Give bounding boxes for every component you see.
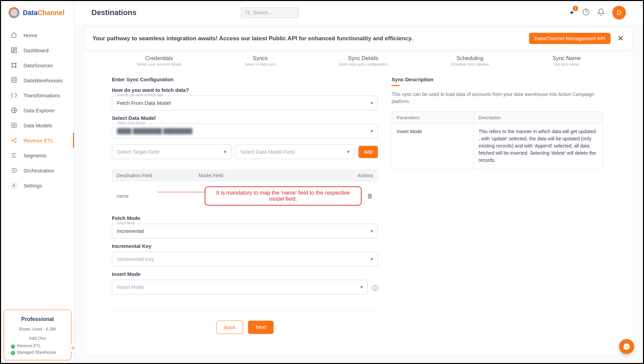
step-credentials[interactable]: CredentialsSelect your account details (137, 55, 181, 66)
nav-dataexplorer[interactable]: Data Explorer (1, 103, 74, 118)
param-row: Insert Mode This refers to the manner in… (392, 124, 603, 168)
wizard-buttons: Back Next (112, 310, 378, 341)
logo[interactable]: DataChannel (1, 1, 74, 24)
addon-item: Managed Warehouse (8, 349, 67, 356)
model-field-select[interactable]: Select Data Model Field (235, 144, 355, 159)
chat-icon (623, 343, 630, 350)
section-heading: Enter Sync Configuration (112, 76, 378, 82)
nav-home[interactable]: Home (1, 28, 74, 43)
content: Enter Sync Configuration How do you want… (85, 73, 633, 354)
help-icon[interactable] (582, 8, 590, 17)
form-column: Enter Sync Configuration How do you want… (105, 76, 378, 341)
svg-point-18 (246, 11, 249, 14)
transformations-icon (11, 92, 17, 99)
svg-rect-11 (12, 123, 16, 127)
svg-point-15 (15, 141, 16, 142)
next-button[interactable]: Next (248, 321, 274, 334)
target-field-select[interactable]: Select Target Field (112, 144, 231, 159)
model-field[interactable]: Select Data Model Field ▼ (235, 144, 355, 159)
logo-text: DataChannel (23, 9, 64, 17)
param-name: Insert Mode (392, 124, 474, 168)
database-icon (11, 77, 17, 84)
svg-point-20 (625, 346, 626, 347)
nav-label: DataSources (24, 62, 53, 68)
svg-point-21 (626, 346, 627, 347)
bell-icon[interactable] (597, 8, 605, 17)
nav-datawarehouses[interactable]: DataWarehouses (1, 73, 74, 88)
step-syncs[interactable]: SyncsSelect a data sync (245, 55, 276, 66)
explorer-icon (11, 107, 17, 114)
nav-label: Dashboard (24, 47, 48, 53)
desc-heading: Sync Description (392, 76, 603, 82)
insert-mode-field[interactable]: Insert Mode ▼ (112, 280, 368, 294)
nav-orchestration[interactable]: Orchestration (1, 163, 74, 178)
api-banner: Your pathway to seamless integration awa… (85, 27, 633, 50)
orchestration-icon (11, 167, 17, 174)
mapping-row: Select Target Field ▼ Select Data Model … (112, 144, 378, 159)
step-syncdetails[interactable]: Sync DetailsEnter data sync configuratio… (339, 55, 387, 66)
banner-button[interactable]: DataChannel Management API (529, 33, 611, 44)
fetch-mode-field[interactable]: Fetch Mode Incremental ▼ (112, 224, 378, 238)
banner-text: Your pathway to seamless integration awa… (92, 35, 524, 42)
insert-mode-select[interactable]: Insert Mode (112, 280, 368, 294)
sparkle-icon[interactable]: ✦1 (569, 9, 575, 17)
svg-point-9 (12, 78, 16, 79)
nav-datasources[interactable]: DataSources (1, 58, 74, 73)
chat-fab[interactable] (619, 339, 634, 354)
nav: Home Dashboard DataSources DataWarehouse… (1, 24, 74, 307)
parameters-table: Parameters Description Insert Mode This … (392, 111, 603, 168)
select-model-heading: Select Data Model (112, 115, 378, 121)
nav-transformations[interactable]: Transformations (1, 88, 74, 103)
param-desc: This refers to the manner in which data … (474, 124, 603, 168)
home-icon (11, 32, 17, 39)
data-model-field[interactable]: Select Data Model ████ ████████ ████████… (112, 124, 378, 138)
step-syncname[interactable]: Sync NameSet sync name (552, 55, 581, 66)
fetch-data-field[interactable]: How do you want to fetch data Fetch From… (112, 96, 378, 110)
th-actions: Actions (349, 173, 373, 178)
gear-icon (11, 182, 17, 189)
incremental-key-select[interactable]: Incremental Key (112, 252, 378, 266)
step-scheduling[interactable]: SchedulingSchedule sync pipeline (451, 55, 489, 66)
insert-mode-heading: Insert Mode (112, 271, 378, 277)
row-field-name: name (117, 193, 157, 199)
nav-settings[interactable]: Settings (1, 178, 74, 193)
add-button[interactable]: Add (358, 146, 378, 158)
wizard-steps: CredentialsSelect your account details S… (85, 53, 633, 73)
logo-icon (9, 7, 19, 18)
desc-underline (392, 85, 400, 86)
data-model-select[interactable]: ████ ████████ ████████ (112, 124, 378, 138)
nav-datamodels[interactable]: Data Models (1, 118, 74, 133)
main: Destinations Search... ✦1 D Your pathway… (74, 1, 643, 363)
svg-point-13 (12, 140, 13, 141)
nav-dashboard[interactable]: Dashboard (1, 43, 74, 58)
nav-label: Home (24, 32, 37, 38)
back-button[interactable]: Back (216, 321, 243, 334)
fetch-mode-select[interactable]: Incremental (112, 224, 378, 238)
table-row: name It is mandatory to map the 'name' f… (112, 182, 378, 210)
svg-point-16 (16, 170, 16, 171)
mapping-table: Destination Field Model Field Actions na… (112, 169, 378, 210)
fetch-data-select[interactable]: Fetch From Data Model (112, 96, 378, 110)
plan-name: Professional (8, 314, 67, 324)
search-input[interactable]: Search... (241, 7, 299, 18)
th-destination: Destination Field (117, 173, 199, 178)
trash-icon[interactable]: 🗑 (367, 193, 373, 199)
callout-wrap: It is mandatory to map the 'name' field … (157, 186, 362, 206)
nav-segments[interactable]: Segments (1, 148, 74, 163)
close-icon[interactable]: ✕ (616, 34, 625, 43)
nav-label: Data Explorer (24, 108, 55, 113)
addon-item: Reverse ETL (8, 343, 67, 349)
svg-point-12 (13, 125, 15, 126)
svg-point-22 (628, 346, 628, 347)
avatar[interactable]: D (612, 6, 626, 19)
notification-badge: 1 (573, 6, 578, 11)
info-icon[interactable]: ⓘ (372, 284, 378, 292)
nav-reverseetl[interactable]: Reverse ETL (1, 133, 74, 148)
target-field[interactable]: Select Target Field ▼ (112, 144, 231, 159)
datasources-icon (11, 62, 17, 69)
incremental-key-heading: Incremental Key (112, 243, 378, 249)
incremental-key-field[interactable]: Incremental Key ▼ (112, 252, 378, 266)
page-title: Destinations (91, 8, 136, 17)
search-placeholder: Search... (253, 10, 272, 15)
nav-label: Settings (24, 183, 42, 188)
